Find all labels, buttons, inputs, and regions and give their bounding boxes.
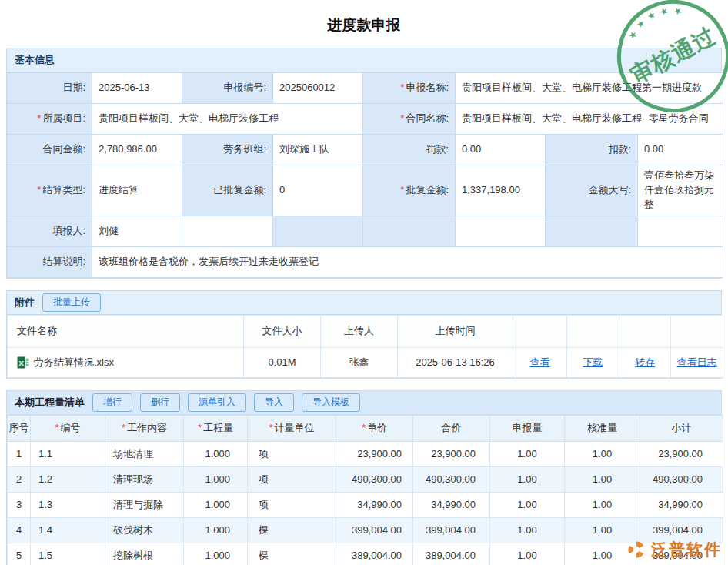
cell-quantity: 1.000 bbox=[184, 466, 248, 492]
svg-text:X: X bbox=[19, 358, 25, 366]
cell-subtotal: 23,900.00 bbox=[640, 441, 723, 466]
col-content: *工作内容 bbox=[105, 415, 184, 441]
section-title: 基本信息 bbox=[15, 53, 55, 67]
project-value: 贵阳项目样板间、大堂、电梯厅装修工程 bbox=[92, 104, 363, 135]
cell-total-price: 389,004.00 bbox=[413, 543, 490, 565]
cell-seq: 3 bbox=[8, 492, 31, 517]
col-declared-qty: 申报量 bbox=[490, 415, 565, 441]
cell-unit-price: 34,990.00 bbox=[336, 492, 413, 517]
approved-done-label: 已批复金额: bbox=[182, 165, 273, 216]
view-link[interactable]: 查看 bbox=[530, 356, 550, 368]
date-label: 日期: bbox=[8, 73, 92, 104]
cell-unit: 项 bbox=[248, 441, 336, 466]
deduction-label: 扣款: bbox=[546, 135, 638, 165]
col-approved-qty: 核准量 bbox=[565, 415, 640, 441]
cell-code: 1.2 bbox=[31, 466, 105, 492]
cell-unit-price: 399,004.00 bbox=[336, 517, 413, 543]
brand-name: 泛普软件 bbox=[651, 539, 722, 560]
cell-content: 清理与掘除 bbox=[105, 492, 184, 517]
cell-approved-qty: 1.00 bbox=[565, 466, 640, 492]
empty-cell bbox=[456, 216, 546, 246]
labor-team-value: 刘琛施工队 bbox=[273, 135, 363, 165]
download-link[interactable]: 下载 bbox=[583, 356, 603, 368]
actions-header bbox=[513, 315, 567, 347]
settle-type-value: 进度结算 bbox=[92, 165, 182, 216]
actions-header bbox=[567, 315, 619, 347]
delete-row-button[interactable]: 删行 bbox=[140, 393, 180, 412]
penalty-value: 0.00 bbox=[456, 135, 546, 165]
reporter-label: 填报人: bbox=[8, 216, 92, 246]
empty-cell bbox=[182, 216, 273, 246]
work-item-row: 2 1.2 清理现场 1.000 项 490,300.00 490,300.00… bbox=[8, 466, 723, 492]
basic-info-header: 基本信息 bbox=[7, 48, 721, 72]
cell-quantity: 1.000 bbox=[184, 543, 248, 565]
cell-quantity: 1.000 bbox=[184, 441, 248, 466]
col-unit: *计量单位 bbox=[248, 415, 336, 441]
approved-amount-value: 1,337,198.00 bbox=[456, 165, 546, 216]
cell-subtotal: 34,990.00 bbox=[640, 492, 723, 517]
amount-caps-value: 壹佰叁拾叁万柒仟壹佰玖拾捌元整 bbox=[638, 165, 723, 216]
cell-declared-qty: 1.00 bbox=[490, 466, 565, 492]
cell-declared-qty: 1.00 bbox=[490, 543, 565, 565]
settle-type-label: *结算类型: bbox=[8, 165, 92, 216]
upload-time-header: 上传时间 bbox=[398, 315, 513, 347]
empty-cell bbox=[273, 216, 363, 246]
actions-header bbox=[619, 315, 671, 347]
basic-info-section: 基本信息 日期: 2025-06-13 申报编号: 2025060012 *申报… bbox=[6, 48, 722, 279]
fanpu-logo-icon bbox=[626, 540, 646, 560]
file-size-header: 文件大小 bbox=[244, 315, 321, 347]
save-as-link[interactable]: 转存 bbox=[635, 356, 655, 368]
file-name-cell: X 劳务结算情况.xlsx bbox=[8, 347, 244, 377]
cell-quantity: 1.000 bbox=[184, 492, 248, 517]
work-items-section: 本期工程量清单 增行 删行 源单引入 导入 导入模板 序号 *编号 *工作内容 … bbox=[6, 390, 722, 565]
source-import-button[interactable]: 源单引入 bbox=[188, 393, 246, 412]
brand-watermark: 泛普软件 bbox=[626, 539, 722, 560]
file-size: 0.01M bbox=[244, 347, 321, 377]
view-log-link[interactable]: 查看日志 bbox=[677, 356, 717, 368]
col-quantity: *工程量 bbox=[184, 415, 248, 441]
attachments-header-row: 文件名称 文件大小 上传人 上传时间 bbox=[8, 315, 723, 347]
reporter-value: 刘健 bbox=[92, 216, 182, 246]
cell-unit: 棵 bbox=[248, 543, 336, 565]
settle-note-label: 结算说明: bbox=[8, 246, 92, 277]
attachments-section: 附件 批量上传 文件名称 文件大小 上传人 上传时间 bbox=[6, 290, 722, 379]
cell-declared-qty: 1.00 bbox=[490, 492, 565, 517]
date-value: 2025-06-13 bbox=[92, 73, 182, 104]
section-title: 本期工程量清单 bbox=[15, 396, 85, 410]
import-button[interactable]: 导入 bbox=[254, 393, 294, 412]
deduction-value: 0.00 bbox=[638, 135, 723, 165]
decl-no-value: 2025060012 bbox=[273, 73, 363, 104]
col-unit-price: *单价 bbox=[336, 415, 413, 441]
cell-subtotal: 490,300.00 bbox=[640, 466, 723, 492]
work-item-row: 4 1.4 砍伐树木 1.000 棵 399,004.00 399,004.00… bbox=[8, 517, 723, 543]
empty-cell bbox=[363, 216, 456, 246]
cell-seq: 1 bbox=[8, 441, 31, 466]
labor-team-label: 劳务班组: bbox=[182, 135, 273, 165]
cell-content: 清理现场 bbox=[105, 466, 184, 492]
page-title: 进度款申报 bbox=[0, 0, 728, 48]
work-items-table: 序号 *编号 *工作内容 *工程量 *计量单位 *单价 合价 申报量 核准量 小… bbox=[7, 415, 723, 565]
work-item-row: 1 1.1 场地清理 1.000 项 23,900.00 23,900.00 1… bbox=[8, 441, 723, 466]
cell-seq: 5 bbox=[8, 543, 31, 565]
approved-done-value: 0 bbox=[273, 165, 363, 216]
contract-name-value: 贵阳项目样板间、大堂、电梯厅装修工程--零星劳务合同 bbox=[456, 104, 723, 135]
penalty-label: 罚款: bbox=[363, 135, 456, 165]
cell-unit: 项 bbox=[248, 466, 336, 492]
col-code: *编号 bbox=[31, 415, 105, 441]
cell-approved-qty: 1.00 bbox=[565, 441, 640, 466]
cell-code: 1.5 bbox=[31, 543, 105, 565]
file-name-header: 文件名称 bbox=[8, 315, 244, 347]
project-label: *所属项目: bbox=[8, 104, 92, 135]
contract-name-label: *合同名称: bbox=[363, 104, 456, 135]
add-row-button[interactable]: 增行 bbox=[92, 393, 132, 412]
import-template-button[interactable]: 导入模板 bbox=[302, 393, 360, 412]
uploader-header: 上传人 bbox=[321, 315, 398, 347]
cell-unit-price: 23,900.00 bbox=[336, 441, 413, 466]
col-total-price: 合价 bbox=[413, 415, 490, 441]
file-upload-time: 2025-06-13 16:26 bbox=[398, 347, 513, 377]
decl-name-value: 贵阳项目样板间、大堂、电梯厅装修工程第一期进度款 bbox=[456, 73, 723, 104]
batch-upload-button[interactable]: 批量上传 bbox=[42, 293, 101, 312]
actions-header bbox=[671, 315, 723, 347]
cell-seq: 4 bbox=[8, 517, 31, 543]
cell-content: 砍伐树木 bbox=[105, 517, 184, 543]
